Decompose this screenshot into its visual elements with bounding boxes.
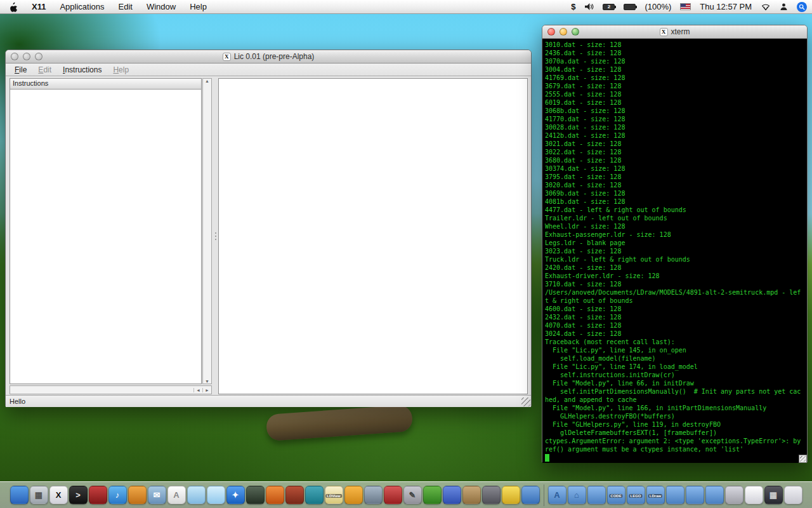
dock-folder-home[interactable]: ⌂ xyxy=(568,486,586,504)
dock-app-tan[interactable] xyxy=(462,486,481,504)
terminal-resize-grip[interactable] xyxy=(799,455,807,463)
dock-app-drop[interactable] xyxy=(187,486,206,504)
dock-app-amber[interactable] xyxy=(128,486,147,504)
dock-folder-home-glyph: ⌂ xyxy=(574,491,579,499)
dock-itunes[interactable]: ♪ xyxy=(108,486,127,504)
lic-menu-file[interactable]: File xyxy=(10,65,32,74)
scroll-left-arrow[interactable]: ◄ xyxy=(193,388,202,392)
dock-x11[interactable]: X xyxy=(49,486,68,504)
power-menu-icon[interactable]: $ xyxy=(571,2,575,11)
instruction-canvas[interactable] xyxy=(218,78,528,394)
tree-horizontal-scrollbar[interactable]: ◄ ► xyxy=(10,385,212,394)
dock: ▦X>♪✉A✦LDView✎A⌂CODELEGOLDraw▦ xyxy=(0,481,812,508)
x11-app-icon: X xyxy=(660,28,668,36)
x11-app-icon: X xyxy=(223,53,231,61)
dock-items: ▦X>♪✉A✦LDView✎A⌂CODELEGOLDraw▦ xyxy=(10,485,802,506)
lic-title-text: Lic 0.01 (pre-pre-Alpha) xyxy=(234,52,315,61)
menu-edit[interactable]: Edit xyxy=(119,2,133,11)
dock-ichat[interactable] xyxy=(207,486,225,504)
dock-pencil[interactable]: ✎ xyxy=(403,486,422,504)
dock-itunes-glyph: ♪ xyxy=(115,491,120,499)
scroll-up-arrow[interactable]: ▲ xyxy=(205,79,209,83)
dock-folder-ldraw-label: LDraw xyxy=(648,494,662,498)
dock-folder-misc[interactable] xyxy=(705,486,724,504)
dock-app-wheel[interactable] xyxy=(521,486,540,504)
tree-vertical-scrollbar[interactable]: ▲ ▼ xyxy=(202,78,212,384)
dock-app-teal[interactable] xyxy=(305,486,324,504)
close-button[interactable] xyxy=(547,28,555,36)
dock-folder-applications[interactable]: A xyxy=(548,486,566,504)
desktop: X11 Applications Edit Window Help $ 2 (1… xyxy=(0,0,812,508)
minimize-button[interactable] xyxy=(23,53,30,60)
menu-applications[interactable]: Applications xyxy=(60,2,104,11)
dock-app-rust[interactable] xyxy=(285,486,304,504)
dock-app-dark[interactable] xyxy=(246,486,265,504)
xterm-window-controls xyxy=(542,28,579,36)
dock-folder-docs[interactable] xyxy=(686,486,704,504)
dock-app-green[interactable] xyxy=(423,486,442,504)
dock-textedit[interactable]: A xyxy=(167,486,186,504)
xterm-title-text: xterm xyxy=(671,27,690,36)
close-button[interactable] xyxy=(11,53,18,60)
dock-cyberduck[interactable] xyxy=(502,486,520,504)
dock-firefox[interactable] xyxy=(266,486,284,504)
tree-column-header[interactable]: Instructions xyxy=(10,79,201,90)
dock-ldview[interactable]: LDView xyxy=(325,486,343,504)
dock-folder-lego[interactable]: LEGO xyxy=(627,486,645,504)
terminal-screen[interactable]: 3010.dat - size: 128 2436.dat - size: 12… xyxy=(542,39,807,463)
volume-icon[interactable] xyxy=(584,3,594,11)
resize-grip[interactable] xyxy=(521,398,530,406)
menu-bar-clock[interactable]: Thu 12:57 PM xyxy=(700,2,752,11)
desktop-log-image xyxy=(266,404,413,441)
lic-window: X Lic 0.01 (pre-pre-Alpha) File Edit Ins… xyxy=(5,50,532,406)
dock-terminal-glyph: > xyxy=(75,491,81,499)
spotlight-icon[interactable] xyxy=(797,2,807,12)
battery-badge-icon[interactable]: 2 xyxy=(603,4,615,10)
instructions-tree-panel[interactable]: Instructions xyxy=(10,78,202,384)
apple-menu-icon[interactable] xyxy=(9,2,18,12)
splitter-handle[interactable] xyxy=(213,78,218,394)
xterm-titlebar[interactable]: X xterm xyxy=(542,25,807,39)
battery-percent[interactable]: (100%) xyxy=(645,2,671,11)
dock-app-crimson[interactable] xyxy=(384,486,402,504)
dock-stack[interactable] xyxy=(725,486,743,504)
lic-menu-edit[interactable]: Edit xyxy=(33,65,56,74)
dock-app-red[interactable] xyxy=(89,486,107,504)
dock-app-blue[interactable] xyxy=(443,486,461,504)
dock-app-orange[interactable] xyxy=(344,486,363,504)
menu-help[interactable]: Help xyxy=(190,2,207,11)
dock-folder-pictures[interactable] xyxy=(587,486,606,504)
zoom-button[interactable] xyxy=(35,53,43,60)
lic-menu-instructions[interactable]: Instructions xyxy=(58,65,107,74)
dock-app-slate[interactable] xyxy=(364,486,383,504)
dock-app-gray[interactable] xyxy=(482,486,501,504)
menu-window[interactable]: Window xyxy=(147,2,176,11)
dock-folder-ldraw[interactable]: LDraw xyxy=(646,486,665,504)
dock-safari-glyph: ✦ xyxy=(232,491,239,499)
dock-grid-dark-glyph: ▦ xyxy=(769,491,777,499)
xterm-window: X xterm 3010.dat - size: 128 2436.dat - … xyxy=(542,25,808,462)
dock-folder-blue[interactable] xyxy=(666,486,684,504)
minimize-button[interactable] xyxy=(560,28,567,36)
dock-grab[interactable]: ▦ xyxy=(30,486,48,504)
dock-mail[interactable]: ✉ xyxy=(148,486,166,504)
wifi-icon[interactable] xyxy=(761,3,771,11)
dock-terminal[interactable]: > xyxy=(69,486,88,504)
dock-grid-dark[interactable]: ▦ xyxy=(764,486,783,504)
active-app-menu[interactable]: X11 xyxy=(32,2,46,11)
dock-safari[interactable]: ✦ xyxy=(226,486,245,504)
lic-titlebar[interactable]: X Lic 0.01 (pre-pre-Alpha) xyxy=(6,50,531,64)
zoom-button[interactable] xyxy=(572,28,579,36)
dock-iphoto[interactable] xyxy=(10,486,29,504)
dock-trash[interactable] xyxy=(784,486,802,504)
dock-folder-code[interactable]: CODE xyxy=(607,486,625,504)
battery-icon[interactable] xyxy=(624,4,636,10)
scroll-down-arrow[interactable]: ▼ xyxy=(205,379,209,384)
user-switch-icon[interactable] xyxy=(780,3,788,11)
lic-menu-help[interactable]: Help xyxy=(108,65,134,74)
input-language-flag-icon[interactable] xyxy=(680,3,691,10)
dock-separator xyxy=(544,485,544,506)
dock-documents[interactable] xyxy=(745,486,763,504)
dock-textedit-glyph: A xyxy=(173,491,179,499)
scroll-right-arrow[interactable]: ► xyxy=(202,388,211,392)
